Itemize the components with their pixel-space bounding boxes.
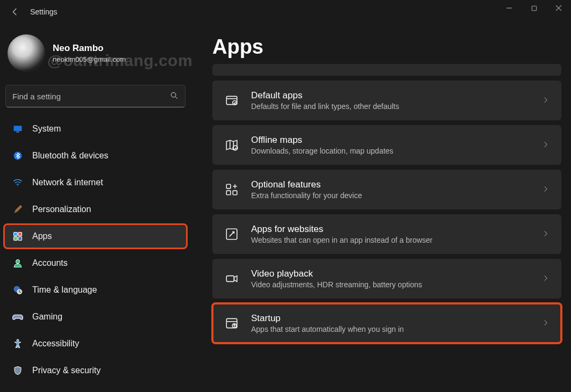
paintbrush-icon	[12, 204, 24, 215]
sidebar-item-label: Time & language	[32, 285, 97, 295]
card-video-playback[interactable]: Video playback Video adjustments, HDR st…	[212, 259, 561, 299]
page-title: Apps	[212, 35, 561, 59]
sidebar: Neo Rambo neokim005@gmail.com @oantriman…	[0, 24, 191, 392]
sidebar-item-gaming[interactable]: Gaming	[4, 305, 187, 329]
sidebar-item-personalization[interactable]: Personalization	[4, 198, 187, 221]
clock-globe-icon	[12, 284, 24, 296]
user-name: Neo Rambo	[53, 42, 126, 55]
chevron-right-icon	[542, 185, 549, 194]
card-title: Offline maps	[251, 135, 530, 146]
chevron-right-icon	[542, 96, 549, 105]
map-icon	[224, 137, 239, 153]
card-sub: Downloads, storage location, map updates	[251, 147, 530, 155]
sidebar-item-label: Personalization	[32, 205, 91, 214]
svg-rect-13	[18, 237, 22, 241]
content-area: Apps Default apps Defaults for file and …	[191, 24, 571, 392]
close-button[interactable]	[546, 0, 571, 16]
card-sub: Apps that start automatically when you s…	[251, 325, 530, 333]
svg-point-17	[17, 339, 19, 342]
gamepad-icon	[12, 311, 24, 323]
sidebar-item-system[interactable]: System	[4, 117, 187, 141]
card-sub: Video adjustments, HDR streaming, batter…	[251, 280, 530, 289]
card-text: Optional features Extra functionality fo…	[251, 179, 530, 200]
card-sub: Defaults for file and link types, other …	[251, 102, 530, 111]
sidebar-item-apps[interactable]: Apps	[4, 224, 187, 248]
sidebar-item-label: Gaming	[32, 312, 62, 322]
chevron-right-icon	[542, 274, 549, 284]
main-layout: Neo Rambo neokim005@gmail.com @oantriman…	[0, 24, 571, 392]
card-optional-features[interactable]: Optional features Extra functionality fo…	[212, 170, 561, 209]
card-list: Default apps Defaults for file and link …	[212, 64, 561, 343]
card-peek[interactable]	[212, 64, 561, 76]
person-icon	[12, 257, 24, 269]
svg-rect-26	[226, 318, 237, 328]
title-bar: Settings	[0, 0, 571, 24]
svg-rect-11	[18, 233, 22, 236]
svg-rect-23	[233, 191, 237, 195]
card-text: Default apps Defaults for file and link …	[251, 90, 530, 111]
sidebar-item-accessibility[interactable]: Accessibility	[4, 332, 187, 355]
sidebar-item-privacy[interactable]: Privacy & security	[4, 359, 187, 382]
card-sub: Extra functionality for your device	[251, 191, 530, 200]
grid-plus-icon	[224, 182, 239, 197]
svg-rect-10	[14, 233, 18, 236]
card-text: Startup Apps that start automatically wh…	[251, 313, 530, 333]
startup-icon	[224, 316, 239, 331]
card-apps-websites[interactable]: Apps for websites Websites that can open…	[212, 214, 561, 254]
wifi-icon	[12, 177, 24, 188]
sidebar-item-bluetooth[interactable]: Bluetooth & devices	[4, 144, 187, 168]
sidebar-item-label: Privacy & security	[32, 366, 101, 375]
svg-point-4	[171, 92, 176, 97]
sidebar-item-label: System	[32, 124, 61, 134]
sidebar-item-network[interactable]: Network & internet	[4, 171, 187, 194]
chevron-right-icon	[542, 319, 549, 328]
apps-icon	[12, 230, 24, 242]
svg-line-5	[175, 97, 177, 99]
card-startup[interactable]: Startup Apps that start automatically wh…	[212, 303, 561, 343]
svg-rect-21	[226, 184, 231, 188]
user-email: neokim005@gmail.com	[53, 55, 126, 64]
svg-rect-12	[14, 237, 18, 241]
card-title: Startup	[251, 313, 530, 324]
card-title: Optional features	[251, 179, 530, 190]
video-icon	[224, 271, 239, 286]
svg-rect-6	[14, 126, 22, 131]
shield-icon	[12, 365, 24, 376]
monitor-icon	[12, 123, 24, 135]
svg-point-14	[16, 260, 20, 264]
search-box[interactable]	[5, 85, 185, 107]
window-controls	[497, 0, 571, 16]
sidebar-item-label: Accessibility	[32, 339, 79, 349]
minimize-icon	[506, 5, 512, 11]
close-icon	[555, 5, 562, 11]
card-sub: Websites that can open in an app instead…	[251, 236, 530, 244]
card-title: Default apps	[251, 90, 530, 101]
svg-point-9	[17, 185, 18, 186]
sidebar-item-label: Apps	[32, 231, 52, 241]
sidebar-item-label: Network & internet	[32, 178, 103, 187]
card-title: Video playback	[251, 268, 530, 279]
card-offline-maps[interactable]: Offline maps Downloads, storage location…	[212, 125, 561, 165]
card-default-apps[interactable]: Default apps Defaults for file and link …	[212, 81, 561, 120]
sidebar-item-accounts[interactable]: Accounts	[4, 251, 187, 275]
chevron-right-icon	[542, 230, 549, 239]
accessibility-icon	[12, 338, 24, 350]
back-button[interactable]	[5, 2, 25, 21]
card-title: Apps for websites	[251, 224, 530, 235]
arrow-left-icon	[10, 7, 20, 17]
bluetooth-icon	[12, 150, 24, 162]
card-text: Apps for websites Websites that can open…	[251, 224, 530, 244]
maximize-icon	[531, 5, 537, 11]
card-text: Offline maps Downloads, storage location…	[251, 135, 530, 155]
minimize-button[interactable]	[497, 0, 522, 16]
default-apps-icon	[224, 93, 239, 108]
svg-rect-25	[226, 276, 234, 282]
maximize-button[interactable]	[522, 0, 546, 16]
sidebar-item-label: Accounts	[32, 258, 68, 268]
search-icon	[170, 91, 179, 101]
chevron-right-icon	[542, 141, 549, 150]
sidebar-item-time[interactable]: Time & language	[4, 278, 187, 302]
search-input[interactable]	[12, 92, 170, 101]
nav-list: System Bluetooth & devices Network & int…	[4, 115, 187, 384]
user-block[interactable]: Neo Rambo neokim005@gmail.com @oantriman…	[4, 30, 187, 82]
